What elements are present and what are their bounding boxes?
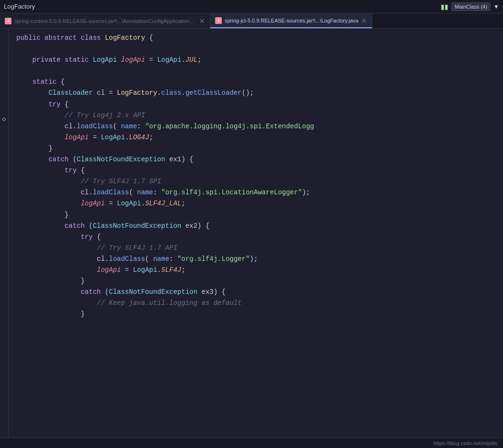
code-line-4 — [16, 66, 503, 77]
run-icon: ▮▮ — [441, 3, 448, 11]
code-line-23: } — [16, 276, 503, 287]
tab2-label: spring-jcl-5.0.9.RELEASE-sources.jar!\..… — [225, 18, 358, 23]
code-line-11: } — [16, 143, 503, 154]
tab2-icon: J — [215, 17, 222, 24]
code-line-12: catch (ClassNotFoundException ex1) { — [16, 154, 503, 165]
tab-annotation-config[interactable]: J spring-context-5.0.9.RELEASE-sources.j… — [0, 13, 210, 28]
code-line-10: logApi = LogApi.LOG4J; — [16, 132, 503, 143]
tab-logfactory[interactable]: J spring-jcl-5.0.9.RELEASE-sources.jar!\… — [210, 13, 372, 28]
code-line-3: private static LogApi logApi = LogApi.JU… — [16, 55, 503, 66]
bookmark-icon: ◇ — [2, 115, 6, 123]
code-line-7: try { — [16, 99, 503, 110]
code-line-22: logApi = LogApi.SLF4J; — [16, 265, 503, 276]
code-line-6: ClassLoader cl = LogFactory.class.getCla… — [16, 88, 503, 99]
run-config-arrow[interactable]: ▼ — [493, 3, 499, 10]
code-line-9: cl.loadClass( name: "org.apache.logging.… — [16, 121, 503, 132]
tab2-close[interactable]: ✕ — [361, 17, 367, 24]
code-area[interactable]: public abstract class LogFactory { priva… — [9, 29, 503, 437]
code-line-17: } — [16, 210, 503, 221]
code-line-13: try { — [16, 165, 503, 176]
code-line-1: public abstract class LogFactory { — [16, 33, 503, 44]
code-line-14: // Try SLF4J 1.7 SPI — [16, 176, 503, 187]
title-right: ▮▮ MainClass (4) ▼ — [441, 2, 499, 11]
code-line-25: // Keep java.util.logging as default — [16, 298, 503, 309]
code-line-16: logApi = LogApi.SLF4J_LAL; — [16, 198, 503, 209]
app-title: LogFactory — [4, 3, 35, 10]
status-url: https://blog.csdn.net/mlplds — [434, 440, 497, 446]
code-line-5: static { — [16, 77, 503, 88]
code-line-2 — [16, 44, 503, 55]
editor: ◇ public abstract class LogFactory { pri… — [0, 29, 503, 437]
tab1-close[interactable]: ✕ — [199, 18, 205, 24]
tab-bar: J spring-context-5.0.9.RELEASE-sources.j… — [0, 13, 503, 29]
tab1-icon: J — [5, 18, 11, 24]
title-bar: LogFactory ▮▮ MainClass (4) ▼ — [0, 0, 503, 13]
code-line-18: catch (ClassNotFoundException ex2) { — [16, 221, 503, 232]
code-line-8: // Try Log4j 2.x API — [16, 110, 503, 121]
code-line-21: cl.loadClass( name: "org.slf4j.Logger"); — [16, 254, 503, 265]
tab1-label: spring-context-5.0.9.RELEASE-sources.jar… — [14, 18, 196, 24]
status-bar: https://blog.csdn.net/mlplds — [0, 437, 503, 448]
code-line-15: cl.loadClass( name: "org.slf4j.spi.Locat… — [16, 187, 503, 198]
code-line-24: catch (ClassNotFoundException ex3) { — [16, 287, 503, 298]
code-line-19: try { — [16, 232, 503, 243]
code-line-20: // Try SLF4J 1.7 API — [16, 243, 503, 254]
gutter: ◇ — [0, 29, 9, 437]
code-line-26: } — [16, 309, 503, 320]
run-config-label[interactable]: MainClass (4) — [451, 2, 491, 11]
